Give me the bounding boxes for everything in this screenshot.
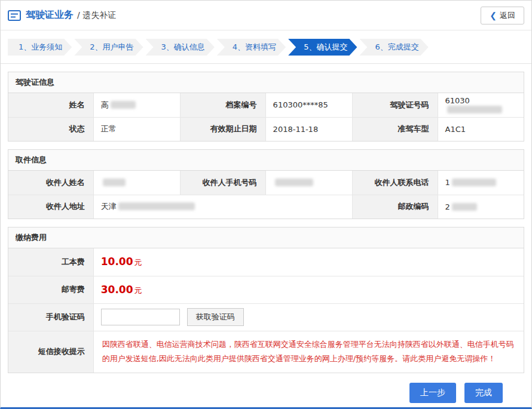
fees-table: 工本费 10.00元 邮寄费 30.00元 手机验证码 获取验证码 短信接收提 bbox=[8, 248, 524, 373]
vehicle-type-value: A1C1 bbox=[438, 117, 524, 141]
production-fee-value: 10.00元 bbox=[93, 248, 524, 276]
section-fees: 缴纳费用 工本费 10.00元 邮寄费 30.00元 手机验证码 获取验证码 bbox=[8, 227, 524, 373]
name-value: 高 bbox=[93, 93, 181, 117]
name-value-text: 高 bbox=[101, 100, 109, 109]
table-row: 姓名 高 档案编号 610300****85 驾驶证号码 61030 bbox=[8, 93, 524, 117]
license-no-label: 驾驶证号码 bbox=[353, 93, 438, 117]
back-button[interactable]: ❮ 返回 bbox=[481, 7, 524, 24]
license-info-table: 姓名 高 档案编号 610300****85 驾驶证号码 61030 状态 正常… bbox=[8, 93, 524, 141]
section-pickup-info-title: 取件信息 bbox=[8, 150, 524, 171]
expiry-label: 有效期止日期 bbox=[181, 117, 265, 141]
production-fee-label: 工本费 bbox=[8, 248, 93, 276]
table-row: 状态 正常 有效期止日期 2018-11-18 准驾车型 A1C1 bbox=[8, 117, 524, 141]
license-list-icon bbox=[8, 10, 21, 21]
redacted-text bbox=[118, 202, 195, 210]
table-row: 收件人地址 天津 邮政编码 2 bbox=[8, 195, 524, 219]
step-nav: 1、业务须知 2、用户申告 3、确认信息 4、资料填写 5、确认提交 6、完成提… bbox=[1, 30, 531, 64]
file-no-label: 档案编号 bbox=[181, 93, 265, 117]
redacted-text bbox=[452, 179, 496, 186]
page: 驾驶证业务 / 遗失补证 ❮ 返回 1、业务须知 2、用户申告 3、确认信息 4… bbox=[0, 0, 532, 409]
name-label: 姓名 bbox=[8, 93, 93, 117]
redacted-text bbox=[447, 106, 502, 113]
table-row: 工本费 10.00元 bbox=[8, 248, 524, 276]
file-no-value: 610300****85 bbox=[265, 93, 353, 117]
postage-fee-unit: 元 bbox=[134, 286, 142, 295]
step-6-complete[interactable]: 6、完成提交 bbox=[359, 39, 428, 56]
postal-code-value: 2 bbox=[438, 195, 524, 219]
production-fee-unit: 元 bbox=[134, 258, 142, 267]
table-row: 收件人姓名 收件人手机号码 收件人联系电话 1 bbox=[8, 171, 524, 195]
prev-step-button[interactable]: 上一步 bbox=[409, 383, 456, 403]
table-row: 短信接收提示 因陕西省联通、电信运营商技术问题，陕西省互联网交通安全综合服务管理… bbox=[8, 331, 524, 373]
back-button-label: 返回 bbox=[500, 10, 515, 21]
recipient-phone-label: 收件人联系电话 bbox=[353, 171, 438, 195]
redacted-text bbox=[103, 179, 126, 186]
sms-code-input[interactable] bbox=[101, 309, 180, 325]
sms-notice-label: 短信接收提示 bbox=[8, 331, 93, 373]
chevron-left-icon: ❮ bbox=[490, 11, 497, 20]
sms-code-field: 获取验证码 bbox=[93, 303, 524, 331]
redacted-text bbox=[275, 179, 313, 186]
recipient-phone-value-text: 1 bbox=[445, 178, 450, 187]
postage-fee-amount: 30.00 bbox=[101, 284, 133, 296]
step-1-notice[interactable]: 1、业务须知 bbox=[8, 39, 72, 56]
topbar: 驾驶证业务 / 遗失补证 ❮ 返回 bbox=[1, 1, 531, 30]
get-code-button[interactable]: 获取验证码 bbox=[187, 308, 244, 326]
recipient-mobile-value bbox=[265, 171, 353, 195]
recipient-name-value bbox=[93, 171, 181, 195]
section-license-info: 驾驶证信息 姓名 高 档案编号 610300****85 驾驶证号码 61030… bbox=[8, 72, 524, 142]
step-2-declaration[interactable]: 2、用户申告 bbox=[74, 39, 143, 56]
postage-fee-label: 邮寄费 bbox=[8, 276, 93, 303]
redacted-text bbox=[452, 203, 477, 211]
postal-code-label: 邮政编码 bbox=[353, 195, 438, 219]
vehicle-type-label: 准驾车型 bbox=[353, 117, 438, 141]
page-title: 驾驶证业务 bbox=[26, 9, 74, 21]
license-no-value: 61030 bbox=[438, 93, 524, 117]
redacted-text bbox=[111, 101, 136, 109]
expiry-value: 2018-11-18 bbox=[265, 117, 353, 141]
section-license-info-title: 驾驶证信息 bbox=[8, 72, 524, 93]
status-label: 状态 bbox=[8, 117, 93, 141]
section-pickup-info: 取件信息 收件人姓名 收件人手机号码 收件人联系电话 1 收件人地址 bbox=[8, 149, 524, 219]
recipient-phone-value: 1 bbox=[438, 171, 524, 195]
table-row: 手机验证码 获取验证码 bbox=[8, 303, 524, 331]
pickup-info-table: 收件人姓名 收件人手机号码 收件人联系电话 1 收件人地址 天津 邮政编码 bbox=[8, 171, 524, 219]
postage-fee-value: 30.00元 bbox=[93, 276, 524, 303]
page-subtitle: / 遗失补证 bbox=[77, 10, 116, 21]
step-4-fill-data[interactable]: 4、资料填写 bbox=[217, 39, 286, 56]
table-row: 邮寄费 30.00元 bbox=[8, 276, 524, 303]
recipient-mobile-label: 收件人手机号码 bbox=[181, 171, 265, 195]
recipient-address-value: 天津 bbox=[93, 195, 353, 219]
footer-actions: 上一步 完成 bbox=[1, 383, 503, 403]
production-fee-amount: 10.00 bbox=[101, 256, 133, 267]
title-area: 驾驶证业务 / 遗失补证 bbox=[8, 9, 116, 21]
license-no-value-text: 61030 bbox=[445, 96, 470, 105]
step-5-confirm-submit[interactable]: 5、确认提交 bbox=[288, 39, 357, 56]
finish-button[interactable]: 完成 bbox=[464, 383, 503, 403]
sms-notice-value: 因陕西省联通、电信运营商技术问题，陕西省互联网交通安全综合服务管理平台无法向持陕… bbox=[93, 331, 524, 373]
sms-notice-text: 因陕西省联通、电信运营商技术问题，陕西省互联网交通安全综合服务管理平台无法向持陕… bbox=[102, 337, 515, 367]
recipient-address-value-text: 天津 bbox=[101, 202, 117, 211]
postal-code-value-text: 2 bbox=[445, 202, 450, 211]
step-3-confirm-info[interactable]: 3、确认信息 bbox=[146, 39, 215, 56]
section-fees-title: 缴纳费用 bbox=[8, 227, 524, 248]
recipient-name-label: 收件人姓名 bbox=[8, 171, 93, 195]
recipient-address-label: 收件人地址 bbox=[8, 195, 93, 219]
sms-code-label: 手机验证码 bbox=[8, 303, 93, 331]
status-value: 正常 bbox=[93, 117, 181, 141]
